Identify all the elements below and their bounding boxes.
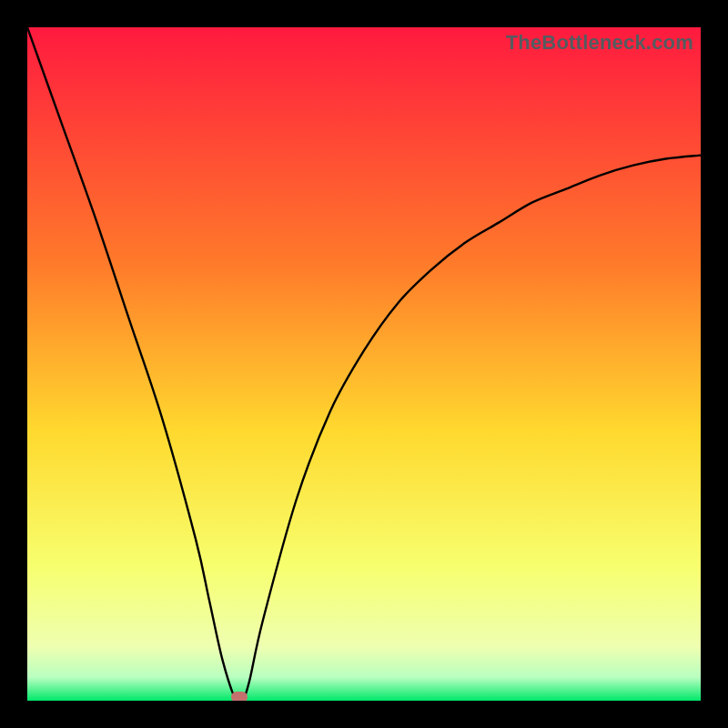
optimum-marker xyxy=(231,692,248,701)
bottleneck-curve xyxy=(27,27,701,701)
chart-stage: TheBottleneck.com xyxy=(0,0,728,728)
plot-area: TheBottleneck.com xyxy=(27,27,701,701)
